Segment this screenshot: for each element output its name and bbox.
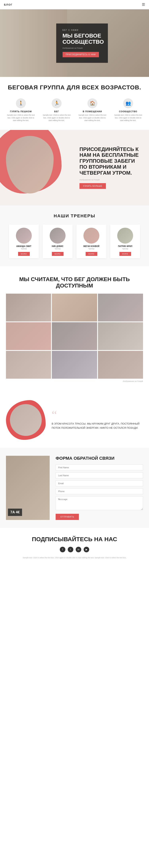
tagline-section: БЕГОВАЯ ГРУППА ДЛЯ ВСЕХ ВОЗРАСТОВ. [0,77,149,96]
join-caption: Изображение на Freepik [80,179,143,181]
photo-cell-6 [98,322,143,350]
trainer-role-3: Тренер [110,248,140,250]
feature-run-text: Sample text: Click to select the text bo… [42,114,71,122]
trainer-card-1: НИК ДЭВИС Тренер MORE [43,224,72,258]
first-name-input[interactable] [56,465,143,470]
feedback-badge: 7A 4€ [8,508,22,516]
trainer-avatar-image-3 [117,228,133,244]
feature-run-title: БЕГ [42,110,71,113]
feature-run: 🏃 БЕГ Sample text: Click to select the t… [42,98,71,122]
trainer-avatar-image-2 [84,228,99,244]
trainer-name-3: ПАТРИК ФРИЛ [110,245,140,247]
feature-indoor: 🏠 В ПОМЕЩЕНИИ Sample text: Click to sele… [78,98,107,122]
photo-cell-9 [98,351,143,379]
email-input[interactable] [56,480,143,486]
trainer-more-btn-3[interactable]: MORE [119,252,131,256]
trainer-name-0: АМАНДА СМИТ [9,245,39,247]
trainer-card-0: АМАНДА СМИТ Тренер MORE [9,224,39,258]
trainer-avatar-image-1 [50,228,65,244]
form-group-message [56,496,143,511]
indoor-icon: 🏠 [87,98,97,108]
run-icon: 🏃 [52,98,62,108]
last-name-input[interactable] [56,472,143,478]
trainers-heading: НАШИ ТРЕНЕРЫ [6,213,143,219]
form-group-phone [56,488,143,494]
hero-title: МЫ БЕГОВОЕ СООБЩЕСТВО [63,33,101,45]
photo-cell-4 [6,322,51,350]
submit-button[interactable]: ОТПРАВИТЬ [56,514,79,520]
quote-blob [6,400,46,440]
trainer-name-1: НИК ДЭВИС [43,245,72,247]
trainer-role-1: Тренер [43,248,72,250]
form-group-firstname [56,465,143,470]
message-textarea[interactable] [56,496,143,510]
feedback-form-title: ФОРМА ОБРАТНОЙ СВЯЗИ [56,456,143,461]
hero-small-label: БЕГ С НАМИ [63,29,101,31]
feedback-image: 7A 4€ [6,456,50,520]
feature-indoor-title: В ПОМЕЩЕНИИ [78,110,107,113]
menu-icon[interactable]: ☰ [142,2,145,7]
accessible-heading: МЫ СЧИТАЕМ, ЧТО БЕГ ДОЛЖЕН БЫТЬ ДОСТУПНЫ… [6,276,143,289]
trainers-row: АМАНДА СМИТ Тренер MORE НИК ДЭВИС Тренер… [6,224,143,258]
community-icon: 👥 [123,98,133,108]
feature-walk-title: ГУЛЯТЬ ПЕШКОМ [6,110,36,113]
join-content: ПРИСОЕДИНЯЙТЕСЬ К НАМ НА БЕСПЛАТНЫЕ ГРУП… [80,146,143,189]
photo-cell-5 [52,322,97,350]
trainer-avatar-3 [117,228,133,244]
trainer-card-2: МЕГАН КОНВОЙ Тренер MORE [77,224,106,258]
grid-caption: Изображение на Freepik [6,380,143,382]
social-icons-row: f t in ▶ [6,547,143,552]
photo-cell-7 [6,351,51,379]
site-logo: БЛОГ [4,3,13,6]
trainer-card-3: ПАТРИК ФРИЛ Тренер MORE [110,224,140,258]
trainer-more-btn-2[interactable]: MORE [86,252,97,256]
feature-community: 👥 СООБЩЕСТВО Sample text: Click to selec… [113,98,143,122]
quote-section: “ В ЭТОМ КРАСОТА ТРАССЫ. МЫ КРУЖИМ ДРУГ … [0,392,149,448]
features-section: 🚶 ГУЛЯТЬ ПЕШКОМ Sample text: Click to se… [0,96,149,130]
social-youtube-icon[interactable]: ▶ [84,547,89,552]
social-facebook-icon[interactable]: f [60,547,65,552]
trainer-more-btn-0[interactable]: MORE [18,252,30,256]
photo-cell-3 [98,293,143,321]
feature-community-text: Sample text: Click to select the text bo… [113,114,143,122]
hero-join-button[interactable]: ПРИСОЕДИНИТЕСЬ К НАМ [63,52,99,57]
form-group-lastname [56,472,143,478]
quote-body: В ЭТОМ КРАСОТА ТРАССЫ. МЫ КРУЖИМ ДРУГ ДР… [52,422,143,430]
join-more-button[interactable]: УЗНАТЬ БОЛЬШЕ [80,183,106,189]
accessible-section: МЫ СЧИТАЕМ, ЧТО БЕГ ДОЛЖЕН БЫТЬ ДОСТУПНЫ… [0,266,149,392]
trainer-name-2: МЕГАН КОНВОЙ [77,245,106,247]
quote-text-block: “ В ЭТОМ КРАСОТА ТРАССЫ. МЫ КРУЖИМ ДРУГ … [52,410,143,430]
footer-bottom-text: Sample text: Click to select the text bo… [15,556,134,559]
form-group-email [56,480,143,486]
feature-indoor-text: Sample text: Click to select the text bo… [78,114,107,122]
feedback-form-block: ФОРМА ОБРАТНОЙ СВЯЗИ ОТПРАВИТЬ [56,456,143,520]
join-title: ПРИСОЕДИНЯЙТЕСЬ К НАМ НА БЕСПЛАТНЫЕ ГРУП… [80,146,143,176]
quote-image [10,404,42,436]
hero-section: БЕГ С НАМИ МЫ БЕГОВОЕ СООБЩЕСТВО Изображ… [0,9,149,77]
photo-cell-1 [6,293,51,321]
trainer-role-0: Тренер [9,248,39,250]
phone-input[interactable] [56,488,143,494]
trainer-role-2: Тренер [77,248,106,250]
quote-mark: “ [52,410,143,420]
site-header: БЛОГ ☰ [0,0,149,9]
trainer-avatar-2 [84,228,99,244]
photo-cell-8 [52,351,97,379]
footer-section: ПОДПИСЫВАЙТЕСЬ НА НАС f t in ▶ Sample te… [0,528,149,563]
trainer-avatar-image-0 [16,228,32,244]
trainer-avatar-1 [50,228,65,244]
hero-image-caption: Изображение на Freepik [63,47,101,49]
hero-content-box: БЕГ С НАМИ МЫ БЕГОВОЕ СООБЩЕСТВО Изображ… [56,24,108,63]
photo-grid [6,293,143,379]
feedback-section: 7A 4€ ФОРМА ОБРАТНОЙ СВЯЗИ ОТПРАВИТЬ [0,448,149,528]
tagline-heading: БЕГОВАЯ ГРУППА ДЛЯ ВСЕХ ВОЗРАСТОВ. [4,84,145,91]
social-linkedin-icon[interactable]: in [76,547,81,552]
feature-walk-text: Sample text: Click to select the text bo… [6,114,36,122]
walk-icon: 🚶 [16,98,26,108]
photo-cell-2 [52,293,97,321]
join-section: ПРИСОЕДИНЯЙТЕСЬ К НАМ НА БЕСПЛАТНЫЕ ГРУП… [0,130,149,206]
social-twitter-icon[interactable]: t [68,547,73,552]
trainer-avatar-0 [16,228,32,244]
trainer-more-btn-1[interactable]: MORE [52,252,64,256]
feature-community-title: СООБЩЕСТВО [113,110,143,113]
